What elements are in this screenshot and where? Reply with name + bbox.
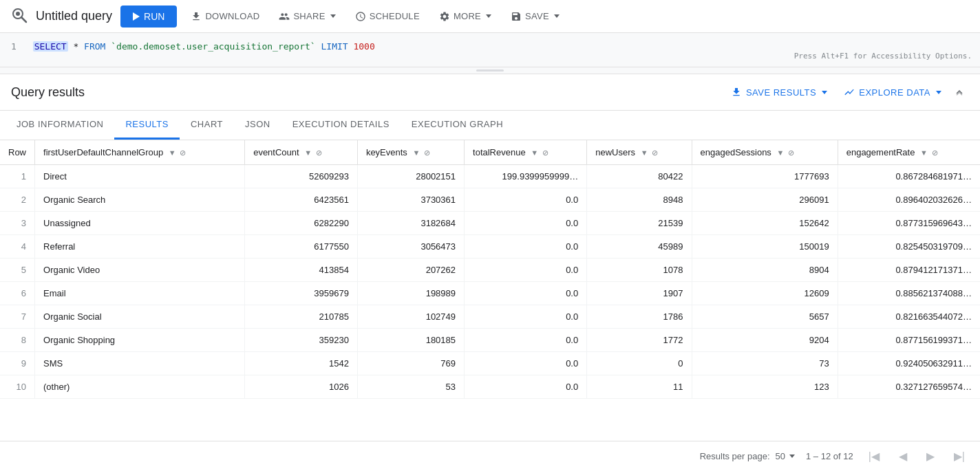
cell-keyEvents: 769 <box>357 352 464 375</box>
more-chevron <box>486 14 491 18</box>
save-chevron <box>554 14 560 18</box>
cell-eventCount: 3959679 <box>245 282 358 305</box>
cell-engagedSessions: 9204 <box>692 329 838 352</box>
code-editor[interactable]: 1 SELECT * FROM `demo.demoset.user_acqui… <box>0 33 980 67</box>
cell-totalRevenue: 199.9399959999… <box>465 165 587 188</box>
table-row: 6Email39596791989890.01907126090.8856213… <box>0 282 980 305</box>
tab-job-information[interactable]: JOB INFORMATION <box>6 111 114 140</box>
run-button[interactable]: RUN <box>120 6 177 28</box>
svg-line-1 <box>21 17 26 22</box>
cell-firstUserDefaultChannelGroup: Organic Shopping <box>35 329 245 352</box>
resize-col-engagementrate[interactable] <box>977 140 980 164</box>
sort-icon-engagementrate: ▼ <box>920 149 928 157</box>
cell-engagementRate: 0.821663544072… <box>838 305 980 329</box>
resize-col-sessions[interactable] <box>835 140 838 164</box>
cell-engagedSessions: 296091 <box>692 188 838 212</box>
tab-json[interactable]: JSON <box>234 111 281 140</box>
resize-col-revenue[interactable] <box>584 140 586 164</box>
cell-engagementRate: 0.896402032626… <box>838 188 980 212</box>
cell-engagementRate: 0.327127659574… <box>838 375 980 399</box>
cell-row-num: 4 <box>0 235 35 259</box>
cell-newUsers: 1772 <box>587 329 692 352</box>
table-row: 5Organic Video4138542072620.0107889040.8… <box>0 259 980 282</box>
svg-point-2 <box>16 12 20 16</box>
cell-keyEvents: 3730361 <box>357 188 464 212</box>
first-page-button[interactable]: |◀ <box>864 447 884 465</box>
cell-row-num: 7 <box>0 305 35 329</box>
cell-eventCount: 6282290 <box>245 212 358 235</box>
prev-page-button[interactable]: ◀ <box>895 447 911 465</box>
cell-eventCount: 413854 <box>245 259 358 282</box>
resize-col-newusers[interactable] <box>689 140 692 164</box>
cell-engagedSessions: 12609 <box>692 282 838 305</box>
results-table-container[interactable]: Row firstUserDefaultChannelGroup ▼ ⊘ eve… <box>0 140 980 441</box>
resize-col-row[interactable] <box>32 140 34 164</box>
cell-engagedSessions: 123 <box>692 375 838 399</box>
col-totalRevenue[interactable]: totalRevenue ▼ ⊘ <box>465 140 587 165</box>
cell-keyEvents: 28002151 <box>357 165 464 188</box>
resize-handle[interactable] <box>0 67 980 74</box>
cell-row-num: 9 <box>0 352 35 375</box>
schedule-button[interactable]: SCHEDULE <box>350 7 425 26</box>
sort-icon-channel: ▼ <box>169 149 176 157</box>
last-page-button[interactable]: ▶| <box>950 447 969 465</box>
cell-firstUserDefaultChannelGroup: Organic Search <box>35 188 245 212</box>
cell-row-num: 8 <box>0 329 35 352</box>
cell-engagementRate: 0.885621374088… <box>838 282 980 305</box>
save-results-chevron <box>822 91 827 94</box>
col-eventCount[interactable]: eventCount ▼ ⊘ <box>245 140 358 165</box>
cell-newUsers: 0 <box>587 352 692 375</box>
code-limit-value: 1000 <box>353 41 374 52</box>
cell-totalRevenue: 0.0 <box>465 305 587 329</box>
col-firstUserDefaultChannelGroup[interactable]: firstUserDefaultChannelGroup ▼ ⊘ <box>35 140 245 165</box>
collapse-expand-button[interactable] <box>950 83 969 102</box>
cell-engagementRate: 0.877315969643… <box>838 212 980 235</box>
cell-firstUserDefaultChannelGroup: SMS <box>35 352 245 375</box>
table-row: 3Unassigned628229031826840.0215391526420… <box>0 212 980 235</box>
table-row: 4Referral617755030564730.0459891500190.8… <box>0 235 980 259</box>
resize-col-keyevents[interactable] <box>461 140 464 164</box>
cell-engagedSessions: 5657 <box>692 305 838 329</box>
table-header-row: Row firstUserDefaultChannelGroup ▼ ⊘ eve… <box>0 140 980 165</box>
cell-newUsers: 1078 <box>587 259 692 282</box>
cell-eventCount: 1542 <box>245 352 358 375</box>
col-newUsers[interactable]: newUsers ▼ ⊘ <box>587 140 692 165</box>
cell-firstUserDefaultChannelGroup: Email <box>35 282 245 305</box>
cell-newUsers: 80422 <box>587 165 692 188</box>
cell-firstUserDefaultChannelGroup: Organic Video <box>35 259 245 282</box>
save-button[interactable]: SAVE <box>505 7 565 26</box>
tab-execution-details[interactable]: EXECUTION DETAILS <box>281 111 401 140</box>
play-icon <box>133 12 140 21</box>
explore-data-button[interactable]: EXPLORE DATA <box>835 83 950 102</box>
code-content: * <box>73 41 84 52</box>
cell-totalRevenue: 0.0 <box>465 375 587 399</box>
table-row: 9SMS15427690.00730.924050632911… <box>0 352 980 375</box>
next-page-button[interactable]: ▶ <box>922 447 939 465</box>
code-keyword-select: SELECT <box>33 41 68 52</box>
cell-newUsers: 8948 <box>587 188 692 212</box>
cell-row-num: 5 <box>0 259 35 282</box>
col-keyEvents[interactable]: keyEvents ▼ ⊘ <box>357 140 464 165</box>
resize-col-channel[interactable] <box>242 140 244 164</box>
per-page-dropdown[interactable]: 50 <box>776 451 795 461</box>
tab-results[interactable]: RESULTS <box>114 111 180 140</box>
tab-execution-graph[interactable]: EXECUTION GRAPH <box>401 111 514 140</box>
filter-icon-newusers: ⊘ <box>652 149 658 157</box>
filter-icon-engagementrate: ⊘ <box>932 149 938 157</box>
resize-col-eventcount[interactable] <box>354 140 357 164</box>
cell-eventCount: 52609293 <box>245 165 358 188</box>
tab-chart[interactable]: CHART <box>180 111 234 140</box>
more-button[interactable]: MORE <box>434 7 497 26</box>
app-logo <box>11 7 28 25</box>
cell-row-num: 2 <box>0 188 35 212</box>
cell-newUsers: 11 <box>587 375 692 399</box>
cell-engagementRate: 0.877156199371… <box>838 329 980 352</box>
col-engagedSessions[interactable]: engagedSessions ▼ ⊘ <box>692 140 838 165</box>
share-button[interactable]: SHARE <box>273 7 341 26</box>
save-results-button[interactable]: SAVE RESULTS <box>723 83 835 102</box>
table-footer: Results per page: 50 1 – 12 of 12 |◀ ◀ ▶… <box>0 441 980 471</box>
download-button[interactable]: DOWNLOAD <box>185 7 265 26</box>
cell-eventCount: 6177550 <box>245 235 358 259</box>
cell-eventCount: 210785 <box>245 305 358 329</box>
col-engagementRate[interactable]: engagementRate ▼ ⊘ <box>838 140 980 165</box>
